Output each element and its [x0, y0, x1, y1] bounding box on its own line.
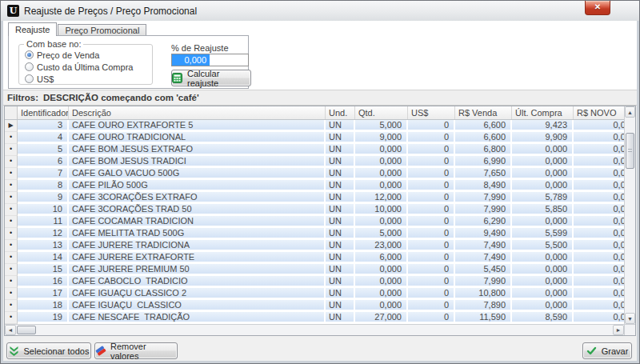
- grid-cell[interactable]: 0: [408, 252, 455, 264]
- grid-cell[interactable]: CAFE BOM JESUS TRADICI: [69, 156, 326, 168]
- grid-cell[interactable]: 0: [408, 144, 455, 156]
- grid-cell[interactable]: 5,000: [355, 120, 408, 132]
- grid-cell[interactable]: 0,000: [512, 144, 574, 156]
- grid-cell[interactable]: 0: [408, 192, 455, 204]
- radio-usd[interactable]: US$: [25, 74, 54, 84]
- grid-cell[interactable]: 0: [408, 180, 455, 192]
- grid-cell[interactable]: UN: [326, 228, 355, 240]
- grid-cell[interactable]: 11: [18, 216, 69, 228]
- grid-cell[interactable]: CAFE JURERE EXTRAFORTE: [69, 252, 326, 264]
- grid-cell[interactable]: UN: [326, 240, 355, 252]
- horizontal-scroll-thumb[interactable]: [17, 326, 36, 334]
- grid-cell[interactable]: 12,000: [355, 192, 408, 204]
- grid-cell[interactable]: 5,500: [512, 240, 574, 252]
- grid-cell[interactable]: 10,800: [455, 288, 512, 300]
- grid-cell[interactable]: 0,000: [512, 276, 574, 288]
- grid-cell[interactable]: 0,000: [574, 168, 626, 180]
- grid-cell[interactable]: CAFE 3CORAÇÕES EXTRAFO: [69, 192, 326, 204]
- grid-cell[interactable]: 0,000: [574, 228, 626, 240]
- table-row[interactable]: •6CAFE BOM JESUS TRADICIUN0,00006,9900,0…: [5, 156, 626, 168]
- grid-cell[interactable]: 0,000: [574, 276, 626, 288]
- grid-cell[interactable]: 8,490: [455, 180, 512, 192]
- grid-cell[interactable]: UN: [326, 120, 355, 132]
- grid-cell[interactable]: 0,000: [574, 288, 626, 300]
- grid-cell[interactable]: 0: [408, 312, 455, 324]
- calculate-adjust-button[interactable]: Calcular reajuste: [171, 70, 251, 86]
- table-row[interactable]: •19CAFE NESCAFE TRADIÇÃOUN27,000011,5908…: [5, 312, 626, 324]
- adjust-percent-input[interactable]: 0,000: [171, 54, 249, 66]
- grid-cell[interactable]: 0,000: [574, 192, 626, 204]
- grid-cell[interactable]: 7,490: [455, 240, 512, 252]
- vertical-scroll-thumb[interactable]: [626, 133, 634, 169]
- grid-cell[interactable]: 0: [408, 228, 455, 240]
- grid-cell[interactable]: 8: [18, 180, 69, 192]
- grid-cell[interactable]: CAFE GALO VACUO 500G: [69, 168, 326, 180]
- tab-preco-promocional[interactable]: Preço Promocional: [58, 24, 146, 36]
- table-row[interactable]: ▶3CAFE OURO EXTRAFORTE 5UN5,00006,6009,4…: [5, 120, 626, 132]
- grid-cell[interactable]: 7,650: [455, 168, 512, 180]
- grid-cell[interactable]: 5,000: [355, 228, 408, 240]
- scroll-down-icon[interactable]: ▼: [625, 313, 635, 324]
- grid-cell[interactable]: 0,000: [512, 288, 574, 300]
- grid-cell[interactable]: 3: [18, 120, 69, 132]
- grid-cell[interactable]: 0,000: [512, 216, 574, 228]
- grid-cell[interactable]: 0,000: [574, 120, 626, 132]
- grid-cell[interactable]: UN: [326, 132, 355, 144]
- table-row[interactable]: •14CAFE JURERE EXTRAFORTEUN6,00007,4900,…: [5, 252, 626, 264]
- grid-cell[interactable]: 6,800: [455, 144, 512, 156]
- table-row[interactable]: •16CAFE CABOCLO TRADICIOUN0,00007,9900,0…: [5, 276, 626, 288]
- grid-cell[interactable]: UN: [326, 312, 355, 324]
- grid-cell[interactable]: 0: [408, 132, 455, 144]
- grid-cell[interactable]: 13: [18, 240, 69, 252]
- grid-cell[interactable]: 10,000: [355, 204, 408, 216]
- grid-cell[interactable]: 6: [18, 156, 69, 168]
- grid-cell[interactable]: 12: [18, 228, 69, 240]
- table-row[interactable]: •12CAFE MELITTA TRAD 500GUN5,00009,4905,…: [5, 228, 626, 240]
- grid-cell[interactable]: 5: [18, 144, 69, 156]
- grid-cell[interactable]: 0,000: [355, 156, 408, 168]
- grid-cell[interactable]: 0,000: [574, 240, 626, 252]
- grid-cell[interactable]: 0,000: [574, 252, 626, 264]
- grid-cell[interactable]: 0: [408, 288, 455, 300]
- grid-cell[interactable]: 0,000: [355, 288, 408, 300]
- table-row[interactable]: •10CAFE 3CORAÇÕES TRAD 50UN10,00007,9905…: [5, 204, 626, 216]
- table-row[interactable]: •18CAFE IGUAÇU CLASSICOUN0,00007,8900,00…: [5, 300, 626, 312]
- column-header-6[interactable]: Últ. Compra: [512, 106, 574, 119]
- table-row[interactable]: •5CAFE BOM JESUS EXTRAFOUN0,00006,8000,0…: [5, 144, 626, 156]
- grid-cell[interactable]: UN: [326, 252, 355, 264]
- grid-cell[interactable]: 7: [18, 168, 69, 180]
- grid-cell[interactable]: 0: [408, 276, 455, 288]
- table-row[interactable]: •13CAFE JURERE TRADICIONAUN23,00007,4905…: [5, 240, 626, 252]
- grid-cell[interactable]: CAFE PILÃO 500G: [69, 180, 326, 192]
- grid-cell[interactable]: 0,000: [512, 156, 574, 168]
- grid-cell[interactable]: 9,423: [512, 120, 574, 132]
- grid-cell[interactable]: 9,909: [512, 132, 574, 144]
- grid-cell[interactable]: 0,000: [512, 300, 574, 312]
- grid-cell[interactable]: 0,000: [512, 264, 574, 276]
- table-row[interactable]: •4CAFE OURO TRADICIONALUN9,00006,6009,90…: [5, 132, 626, 144]
- grid-cell[interactable]: 0,000: [574, 300, 626, 312]
- grid-cell[interactable]: 0: [408, 204, 455, 216]
- grid-cell[interactable]: CAFE BOM JESUS EXTRAFO: [69, 144, 326, 156]
- grid-cell[interactable]: 27,000: [355, 312, 408, 324]
- grid-cell[interactable]: 8,590: [512, 312, 574, 324]
- grid-cell[interactable]: 6,600: [455, 132, 512, 144]
- grid-cell[interactable]: UN: [326, 168, 355, 180]
- grid-cell[interactable]: 0,000: [355, 144, 408, 156]
- grid-cell[interactable]: 6,990: [455, 156, 512, 168]
- grid-cell[interactable]: 17: [18, 288, 69, 300]
- grid-cell[interactable]: CAFE IGUAÇU CLASSICO: [69, 300, 326, 312]
- grid-cell[interactable]: 0,000: [574, 216, 626, 228]
- radio-custo-ultima-compra[interactable]: Custo da Última Compra: [25, 62, 133, 72]
- grid-cell[interactable]: CAFE OURO EXTRAFORTE 5: [69, 120, 326, 132]
- grid-cell[interactable]: UN: [326, 276, 355, 288]
- grid-cell[interactable]: 0,000: [355, 168, 408, 180]
- grid-cell[interactable]: CAFE MELITTA TRAD 500G: [69, 228, 326, 240]
- grid-cell[interactable]: 5,789: [512, 192, 574, 204]
- grid-cell[interactable]: CAFE COCAMAR TRADICION: [69, 216, 326, 228]
- grid-cell[interactable]: UN: [326, 192, 355, 204]
- table-row[interactable]: •8CAFE PILÃO 500GUN0,00008,4900,0000,000: [5, 180, 626, 192]
- select-all-button[interactable]: Selecionar todos: [6, 342, 91, 359]
- grid-cell[interactable]: 0,000: [574, 144, 626, 156]
- grid-cell[interactable]: 18: [18, 300, 69, 312]
